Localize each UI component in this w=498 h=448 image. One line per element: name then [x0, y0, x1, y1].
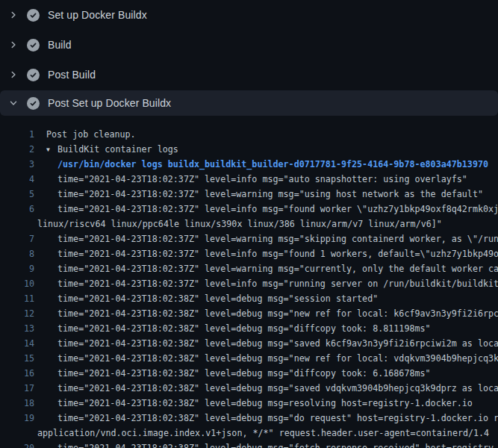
- check-circle-icon: [27, 9, 40, 22]
- log-line-number[interactable]: 1: [0, 127, 34, 142]
- log-line-wrap: application/vnd.oci.image.index.v1+json,…: [0, 426, 498, 441]
- log-line: 19time="2021-04-23T18:02:38Z" level=debu…: [0, 411, 498, 426]
- log-line: 10time="2021-04-23T18:02:37Z" level=info…: [0, 276, 498, 291]
- log-line: 3/usr/bin/docker logs buildx_buildkit_bu…: [0, 157, 498, 172]
- log-line-text: time="2021-04-23T18:02:38Z" level=debug …: [57, 366, 431, 381]
- log-line-text: time="2021-04-23T18:02:37Z" level=info m…: [57, 246, 498, 261]
- step-label: Post Build: [48, 69, 96, 81]
- log-line-number[interactable]: 4: [0, 172, 34, 187]
- group-title: BuildKit container logs: [57, 144, 178, 155]
- log-line-text: time="2021-04-23T18:02:38Z" level=debug …: [57, 306, 498, 321]
- log-line-number[interactable]: 15: [0, 351, 34, 366]
- log-line: 16time="2021-04-23T18:02:38Z" level=debu…: [0, 366, 498, 381]
- log-line: 8time="2021-04-23T18:02:37Z" level=info …: [0, 246, 498, 261]
- step-row-post-set-up-docker-buildx[interactable]: Post Set up Docker Buildx: [0, 90, 498, 116]
- log-line-text: /usr/bin/docker logs buildx_buildkit_bui…: [57, 157, 488, 172]
- log-line-number[interactable]: 18: [0, 396, 34, 411]
- log-line-text: time="2021-04-23T18:02:38Z" level=debug …: [57, 351, 498, 366]
- log-line-wrap: linux/riscv64 linux/ppc64le linux/s390x …: [0, 217, 498, 231]
- chevron-right-icon: [7, 69, 19, 81]
- step-label: Build: [48, 39, 72, 51]
- check-circle-icon: [27, 69, 40, 81]
- log-line-number[interactable]: 16: [0, 366, 34, 381]
- log-line-number[interactable]: 17: [0, 381, 34, 396]
- log-line: 7time="2021-04-23T18:02:37Z" level=warni…: [0, 231, 498, 246]
- chevron-right-icon: [7, 39, 19, 51]
- log-line: 18time="2021-04-23T18:02:38Z" level=debu…: [0, 396, 498, 411]
- log-line-text: time="2021-04-23T18:02:37Z" level=info m…: [57, 202, 498, 217]
- log-line-number[interactable]: 2: [0, 142, 34, 157]
- step-label: Set up Docker Buildx: [48, 9, 147, 21]
- log-line: 2▼BuildKit container logs: [0, 142, 498, 157]
- group-collapse-icon[interactable]: ▼: [46, 143, 57, 157]
- chevron-down-icon: [7, 97, 19, 109]
- step-row-build[interactable]: Build: [0, 30, 498, 60]
- log-line: 1Post job cleanup.: [0, 127, 498, 142]
- log-line: 4time="2021-04-23T18:02:37Z" level=info …: [0, 172, 498, 187]
- log-line: 9time="2021-04-23T18:02:37Z" level=warni…: [0, 261, 498, 276]
- step-row-set-up-docker-buildx[interactable]: Set up Docker Buildx: [0, 0, 498, 30]
- log-line: 20time="2021-04-23T18:02:38Z" level=debu…: [0, 441, 498, 448]
- step-label: Post Set up Docker Buildx: [48, 97, 171, 109]
- log-line-number[interactable]: 19: [0, 411, 34, 426]
- log-line-wrap-text: application/vnd.oci.image.index.v1+json,…: [0, 426, 489, 441]
- log-line-number[interactable]: 10: [0, 276, 34, 291]
- log-area: 1Post job cleanup.2▼BuildKit container l…: [0, 116, 498, 448]
- log-line-text: time="2021-04-23T18:02:37Z" level=warnin…: [57, 261, 498, 276]
- log-line-text: ▼BuildKit container logs: [46, 142, 178, 157]
- log-line-number[interactable]: 20: [0, 441, 34, 448]
- log-line: 5time="2021-04-23T18:02:37Z" level=warni…: [0, 187, 498, 202]
- log-line-text: time="2021-04-23T18:02:38Z" level=debug …: [57, 396, 473, 411]
- log-line-text: time="2021-04-23T18:02:38Z" level=debug …: [57, 441, 498, 448]
- step-row-post-build[interactable]: Post Build: [0, 60, 498, 90]
- log-line-number[interactable]: 9: [0, 261, 34, 276]
- log-line-number[interactable]: 3: [0, 157, 34, 172]
- log-line-text: time="2021-04-23T18:02:37Z" level=warnin…: [57, 187, 483, 202]
- log-line: 17time="2021-04-23T18:02:38Z" level=debu…: [0, 381, 498, 396]
- log-line-text: time="2021-04-23T18:02:38Z" level=debug …: [57, 411, 498, 426]
- log-line: 12time="2021-04-23T18:02:38Z" level=debu…: [0, 306, 498, 321]
- log-line-text: time="2021-04-23T18:02:38Z" level=debug …: [57, 381, 498, 396]
- log-line: 11time="2021-04-23T18:02:38Z" level=debu…: [0, 291, 498, 306]
- log-line: 14time="2021-04-23T18:02:38Z" level=debu…: [0, 336, 498, 351]
- log-line-number[interactable]: 8: [0, 246, 34, 261]
- log-line-number[interactable]: 6: [0, 202, 34, 217]
- log-line-number[interactable]: 7: [0, 231, 34, 246]
- log-line-number[interactable]: 14: [0, 336, 34, 351]
- check-circle-icon: [27, 97, 40, 110]
- log-line-text: time="2021-04-23T18:02:37Z" level=info m…: [57, 172, 467, 187]
- log-line: 6time="2021-04-23T18:02:37Z" level=info …: [0, 202, 498, 217]
- log-line-text: time="2021-04-23T18:02:38Z" level=debug …: [57, 336, 498, 351]
- log-line-text: time="2021-04-23T18:02:38Z" level=debug …: [57, 291, 378, 306]
- log-line-number[interactable]: 5: [0, 187, 34, 202]
- log-line-text: time="2021-04-23T18:02:38Z" level=debug …: [57, 321, 431, 336]
- log-line-number[interactable]: 11: [0, 291, 34, 306]
- log-line: 13time="2021-04-23T18:02:38Z" level=debu…: [0, 321, 498, 336]
- log-line-wrap-text: linux/riscv64 linux/ppc64le linux/s390x …: [0, 217, 442, 231]
- check-circle-icon: [27, 39, 40, 52]
- log-line-text: Post job cleanup.: [46, 127, 136, 142]
- chevron-right-icon: [7, 9, 19, 21]
- log-line: 15time="2021-04-23T18:02:38Z" level=debu…: [0, 351, 498, 366]
- log-line-number[interactable]: 13: [0, 321, 34, 336]
- log-line-text: time="2021-04-23T18:02:37Z" level=info m…: [57, 276, 498, 291]
- log-line-text: time="2021-04-23T18:02:37Z" level=warnin…: [57, 231, 498, 246]
- log-line-number[interactable]: 12: [0, 306, 34, 321]
